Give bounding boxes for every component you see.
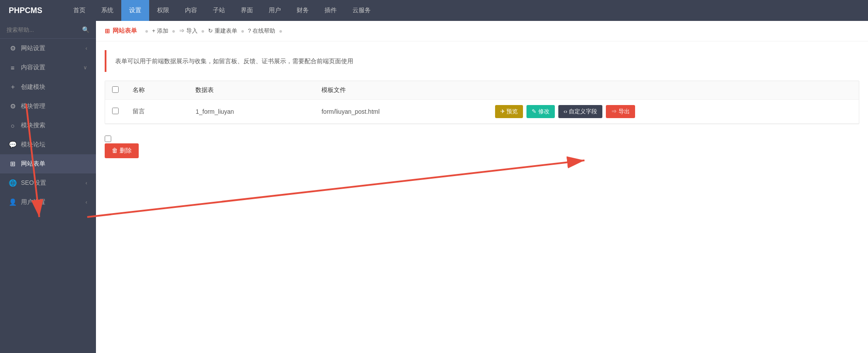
menu-icon: ≡	[9, 64, 17, 71]
header-data-table: 数据表	[188, 81, 314, 100]
sidebar-item-label: 用户设置	[21, 198, 85, 206]
sidebar-item-label: 模块论坛	[21, 141, 87, 149]
search-icon: 🔍	[82, 26, 89, 33]
bottom-checkbox[interactable]	[105, 136, 111, 142]
sidebar-item-website-settings[interactable]: ⚙ 网站设置 ‹	[0, 39, 96, 58]
header-template: 模板文件	[314, 81, 488, 100]
sidebar-item-module-forum[interactable]: 💬 模块论坛	[0, 135, 96, 154]
nav-home[interactable]: 首页	[65, 0, 93, 21]
add-button[interactable]: + 添加	[152, 27, 168, 35]
header-actions	[488, 81, 859, 100]
grid-icon: ⊞	[105, 27, 110, 34]
sidebar-item-create-module[interactable]: ＋ 创建模块	[0, 77, 96, 97]
rebuild-button[interactable]: ↻ 重建表单	[208, 27, 237, 35]
sidebar-item-label: SEO设置	[21, 179, 85, 187]
header-checkbox-cell	[105, 81, 126, 100]
plus-icon: ＋	[9, 83, 17, 91]
chat-icon: 💬	[9, 141, 17, 149]
gear-icon: ⚙	[9, 102, 17, 110]
sidebar-item-label: 创建模块	[21, 83, 87, 91]
sidebar: 🔍 ⚙ 网站设置 ‹ ≡ 内容设置 ∨ ＋ 创建模块 ⚙ 模块管理 ○ 模块搜索…	[0, 21, 96, 353]
user-icon: 👤	[9, 198, 17, 206]
globe-icon: 🌐	[9, 179, 17, 187]
separator: ●	[241, 27, 244, 34]
nav-finance[interactable]: 财务	[289, 0, 317, 21]
search-bar[interactable]: 🔍	[0, 21, 96, 39]
info-box: 表单可以用于前端数据展示与收集，如留言板、反馈、证书展示，需要配合前端页面使用	[105, 50, 859, 72]
row-template: form/liuyan_post.html	[314, 100, 488, 124]
sidebar-item-label: 模块搜索	[21, 122, 87, 129]
sidebar-item-module-search[interactable]: ○ 模块搜索	[0, 116, 96, 135]
export-button[interactable]: ⇒ 导出	[606, 105, 635, 118]
action-buttons: ✈ 预览 ✎ 修改 ‹› 自定义字段 ⇒ 导出	[495, 105, 852, 118]
sidebar-item-label: 网站设置	[21, 44, 85, 52]
nav-system[interactable]: 系统	[93, 0, 121, 21]
table-header-row: 名称 数据表 模板文件	[105, 81, 859, 100]
header-name: 名称	[126, 81, 188, 100]
row-name: 留言	[126, 100, 188, 124]
nav-content[interactable]: 内容	[177, 0, 205, 21]
nav-interface[interactable]: 界面	[233, 0, 261, 21]
arrow-icon: ‹	[85, 45, 87, 51]
select-all-checkbox[interactable]	[112, 86, 119, 93]
delete-area: 🗑 删除	[96, 129, 868, 165]
sidebar-item-label: 内容设置	[21, 64, 83, 71]
top-navigation: PHPCMS 首页 系统 设置 权限 内容 子站 界面 用户 财务 插件 云服务	[0, 0, 868, 21]
row-actions: ✈ 预览 ✎ 修改 ‹› 自定义字段 ⇒ 导出	[488, 100, 859, 124]
arrow-icon: ‹	[85, 180, 87, 186]
search-input[interactable]	[7, 27, 82, 33]
sidebar-item-label: 模块管理	[21, 102, 87, 110]
page-title: ⊞ 网站表单	[105, 27, 137, 35]
nav-subsite[interactable]: 子站	[205, 0, 233, 21]
separator: ●	[145, 27, 148, 34]
main-content: ⊞ 网站表单 ● + 添加 ● ⇒ 导入 ● ↻ 重建表单 ● ? 在线帮助 ●…	[96, 21, 868, 353]
nav-permissions[interactable]: 权限	[149, 0, 177, 21]
row-checkbox[interactable]	[112, 108, 119, 114]
arrow-icon: ∨	[83, 64, 87, 71]
settings-icon: ⚙	[9, 44, 17, 52]
row-data-table: 1_form_liuyan	[188, 100, 314, 124]
import-button[interactable]: ⇒ 导入	[179, 27, 198, 35]
separator: ●	[201, 27, 205, 34]
toolbar: ⊞ 网站表单 ● + 添加 ● ⇒ 导入 ● ↻ 重建表单 ● ? 在线帮助 ●	[96, 21, 868, 41]
table-row: 留言 1_form_liuyan form/liuyan_post.html ✈…	[105, 100, 859, 124]
nav-cloud[interactable]: 云服务	[345, 0, 379, 21]
separator: ●	[172, 27, 175, 34]
sidebar-item-content-settings[interactable]: ≡ 内容设置 ∨	[0, 58, 96, 77]
delete-button[interactable]: 🗑 删除	[105, 143, 139, 158]
main-layout: 🔍 ⚙ 网站设置 ‹ ≡ 内容设置 ∨ ＋ 创建模块 ⚙ 模块管理 ○ 模块搜索…	[0, 21, 868, 353]
preview-button[interactable]: ✈ 预览	[495, 105, 523, 118]
forms-table: 名称 数据表 模板文件 留言 1_form_liuyan form/liuyan…	[105, 81, 859, 124]
sidebar-item-user-settings[interactable]: 👤 用户设置 ‹	[0, 193, 96, 212]
separator: ●	[279, 27, 282, 34]
data-table-container: 名称 数据表 模板文件 留言 1_form_liuyan form/liuyan…	[105, 81, 859, 124]
nav-settings[interactable]: 设置	[121, 0, 149, 21]
edit-button[interactable]: ✎ 修改	[526, 105, 555, 118]
search-circle-icon: ○	[9, 122, 17, 129]
help-button[interactable]: ? 在线帮助	[248, 27, 275, 35]
sidebar-item-module-management[interactable]: ⚙ 模块管理	[0, 97, 96, 116]
logo: PHPCMS	[9, 6, 52, 15]
nav-plugins[interactable]: 插件	[317, 0, 345, 21]
sidebar-item-website-forms[interactable]: ⊞ 网站表单	[0, 154, 96, 173]
sidebar-item-seo-settings[interactable]: 🌐 SEO设置 ‹	[0, 173, 96, 193]
arrow-icon: ‹	[85, 199, 87, 205]
custom-fields-button[interactable]: ‹› 自定义字段	[558, 105, 602, 118]
grid-icon: ⊞	[9, 160, 17, 168]
nav-items: 首页 系统 设置 权限 内容 子站 界面 用户 财务 插件 云服务	[65, 0, 379, 21]
row-checkbox-cell	[105, 100, 126, 124]
sidebar-item-label: 网站表单	[21, 160, 87, 168]
nav-users[interactable]: 用户	[261, 0, 289, 21]
